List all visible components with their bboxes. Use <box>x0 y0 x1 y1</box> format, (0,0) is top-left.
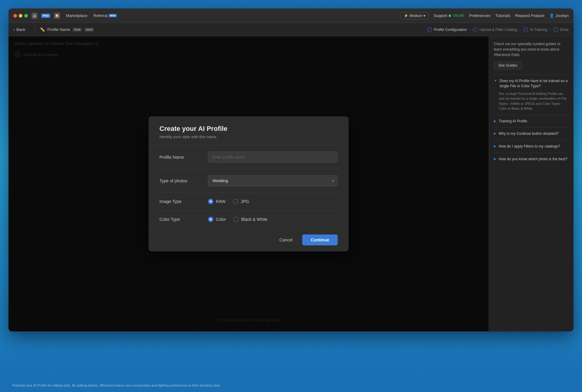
jpg-label: JPG <box>241 199 249 204</box>
color-type-label: Color Type <box>159 217 202 222</box>
online-indicator <box>449 15 451 17</box>
traffic-lights <box>13 14 28 18</box>
app-window: PRO 🏠 Marketplace Referral NEW ⚡ Medium … <box>8 8 574 331</box>
radio-bw-icon <box>233 217 239 222</box>
faq-q-text-4: How do I apply Filters to my catalogs? <box>499 144 560 149</box>
maximize-button[interactable] <box>24 14 28 18</box>
profile-name-label: Profile Name <box>159 155 202 160</box>
bottom-bar: Potential your AI Profile for editing st… <box>0 331 582 392</box>
modal-footer: Cancel Continue <box>149 228 349 251</box>
profile-name-row: Profile Name <box>159 145 338 169</box>
radio-color-icon <box>208 217 213 222</box>
profile-name-area: ✏️ Profile Name RAW B&W <box>40 27 94 32</box>
see-guides-button[interactable]: See Guides <box>494 61 522 70</box>
breadcrumb-ai-training: ✓ AI Training <box>523 27 547 32</box>
faq-item-4: ▶ How do I apply Filters to my catalogs? <box>494 140 569 153</box>
faq-question-2[interactable]: ▶ Training AI Profile <box>494 119 569 124</box>
chevron-right-icon-faq3: ▶ <box>494 131 496 135</box>
home-icon[interactable]: 🏠 <box>54 13 60 19</box>
check-icon-4: ✓ <box>553 27 558 32</box>
main-area: Chose Lightroom or Capture One Catalog(s… <box>8 36 574 331</box>
request-feature-nav[interactable]: Request Feature <box>515 13 544 18</box>
color-type-radio-group: Color Black & White <box>208 217 338 222</box>
referral-nav[interactable]: Referral NEW <box>93 13 117 18</box>
breadcrumb-nav: ✓ Profile Configuration › ✓ Upload & Fil… <box>427 27 569 32</box>
faq-q-text-5: How do you know which photo is the best? <box>499 157 567 162</box>
nav-links: Marketplace Referral NEW <box>66 13 117 18</box>
check-icon: ✓ <box>427 27 432 32</box>
bottom-text: Potential your AI Profile for editing st… <box>12 384 221 387</box>
bw-label: Black & White <box>241 217 267 222</box>
right-sidebar: Check out our specially curated guides t… <box>489 36 574 331</box>
marketplace-nav[interactable]: Marketplace <box>66 13 88 18</box>
modal-title: Create your AI Profile <box>159 125 338 133</box>
type-of-photos-label: Type of photos <box>159 178 202 183</box>
color-type-row: Color Type Color Black & Whit <box>159 211 338 228</box>
tutorials-nav[interactable]: Tutorials <box>495 13 510 18</box>
breadcrumb-profile-config: ✓ Profile Configuration <box>427 27 467 32</box>
type-of-photos-control: Wedding Portrait Landscape Event Other ▾ <box>208 175 338 186</box>
chevron-right-icon-faq4: ▶ <box>494 144 496 148</box>
image-type-raw[interactable]: RAW <box>208 199 226 204</box>
chevron-right-icon-faq2: ▶ <box>494 119 496 123</box>
continue-button[interactable]: Continue <box>302 234 338 245</box>
support-nav[interactable]: Support ONLINE <box>433 13 464 18</box>
guide-text: Check out our specially curated guides t… <box>494 41 569 58</box>
minimize-button[interactable] <box>19 14 22 18</box>
medium-button[interactable]: ⚡ Medium ▾ <box>400 12 429 19</box>
back-button[interactable]: ‹ Back <box>13 27 30 32</box>
type-of-photos-row: Type of photos Wedding Portrait Landscap… <box>159 169 338 193</box>
faq-question-4[interactable]: ▶ How do I apply Filters to my catalogs? <box>494 144 569 149</box>
check-icon-3: ✓ <box>523 27 528 32</box>
raw-label: RAW <box>216 199 226 204</box>
profile-name-control <box>208 151 338 163</box>
chevron-right-icon-faq5: ▶ <box>494 157 496 161</box>
radio-jpg-icon <box>233 199 238 204</box>
content-area: Chose Lightroom or Capture One Catalog(s… <box>8 36 489 331</box>
color-type-bw[interactable]: Black & White <box>233 217 267 222</box>
modal-subtitle: Identify your style with this name <box>159 135 338 139</box>
breadcrumb-done: ✓ Done <box>553 27 569 32</box>
divider <box>35 27 35 33</box>
preferences-nav[interactable]: Preferences <box>469 13 490 18</box>
user-nav[interactable]: 👤 Jocelyn <box>549 13 569 18</box>
app-icon <box>32 13 38 19</box>
image-type-radio-group: RAW JPG <box>208 199 338 204</box>
modal-body: Profile Name Type of photos <box>149 145 349 228</box>
image-type-jpg[interactable]: JPG <box>233 199 249 204</box>
check-icon-2: ✓ <box>473 27 478 32</box>
faq-question-5[interactable]: ▶ How do you know which photo is the bes… <box>494 157 569 162</box>
faq-item-2: ▶ Training AI Profile <box>494 115 569 128</box>
faq-question-3[interactable]: ▶ Why is my Continue button disabled? <box>494 131 569 136</box>
chevron-down-icon-faq1: ▼ <box>494 79 497 82</box>
image-type-label: Image Type <box>159 199 202 204</box>
color-label: Color <box>216 217 226 222</box>
bw-badge: B&W <box>84 28 94 32</box>
titlebar-right: ⚡ Medium ▾ Support ONLINE Preferences Tu… <box>400 12 569 19</box>
pro-badge: PRO <box>41 14 50 18</box>
color-type-control: Color Black & White <box>208 217 338 222</box>
color-type-color[interactable]: Color <box>208 217 226 222</box>
faq-q-text-3: Why is my Continue button disabled? <box>499 131 559 136</box>
breadcrumb-upload: ✓ Upload & Filter Catalog <box>473 27 517 32</box>
image-type-row: Image Type RAW JPG <box>159 193 338 211</box>
type-of-photos-select[interactable]: Wedding Portrait Landscape Event Other <box>208 175 338 186</box>
profile-name-input[interactable] <box>208 151 338 163</box>
faq-item-3: ▶ Why is my Continue button disabled? <box>494 127 569 140</box>
radio-raw-icon <box>208 199 213 204</box>
image-type-control: RAW JPG <box>208 199 338 204</box>
type-select-wrapper: Wedding Portrait Landscape Event Other ▾ <box>208 175 338 186</box>
raw-badge: RAW <box>72 28 82 32</box>
titlebar: PRO 🏠 Marketplace Referral NEW ⚡ Medium … <box>8 8 574 23</box>
close-button[interactable] <box>13 14 17 18</box>
faq-q-text-2: Training AI Profile <box>499 119 527 124</box>
faq-q-text-1: Does my AI Profile have to be trained on… <box>500 78 569 89</box>
new-badge: NEW <box>109 14 117 17</box>
faq-item-5: ▶ How do you know which photo is the bes… <box>494 153 569 165</box>
cancel-button[interactable]: Cancel <box>273 234 299 245</box>
subheader: ‹ Back ✏️ Profile Name RAW B&W ✓ Profile… <box>8 23 574 36</box>
modal-header: Create your AI Profile Identify your sty… <box>149 116 349 145</box>
faq-question-1[interactable]: ▼ Does my AI Profile have to be trained … <box>494 78 569 89</box>
modal-overlay: Create your AI Profile Identify your sty… <box>8 36 489 331</box>
faq-answer-1: Yes, a single Personal AI Editing Profil… <box>494 91 569 111</box>
